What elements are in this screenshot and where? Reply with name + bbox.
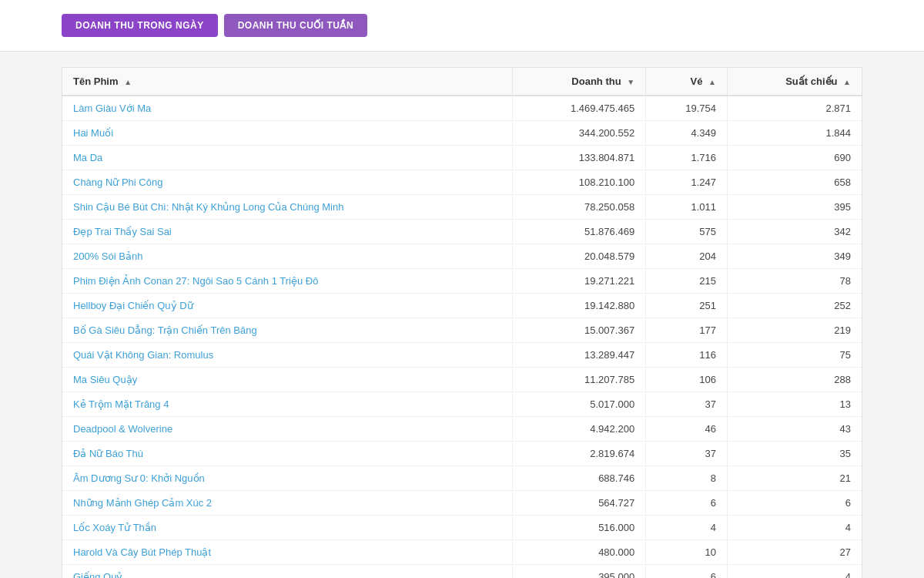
cell-tickets: 19.754 xyxy=(646,96,728,121)
cell-tickets: 116 xyxy=(646,343,728,368)
cell-tickets: 37 xyxy=(646,442,728,466)
cell-tickets: 4 xyxy=(646,516,728,540)
cell-showings: 1.844 xyxy=(728,121,862,146)
cell-revenue: 2.819.674 xyxy=(513,442,646,466)
cell-movie-name: Âm Dương Sư 0: Khởi Nguồn xyxy=(62,466,513,491)
cell-movie-name: 200% Sói Bảnh xyxy=(62,244,513,269)
col-header-tickets[interactable]: Vé ▲ xyxy=(646,68,728,96)
movie-link[interactable]: Đả Nữ Báo Thù xyxy=(73,448,143,459)
table-row: Đẹp Trai Thấy Sai Sai51.876.469575342 xyxy=(62,220,862,244)
cell-showings: 288 xyxy=(728,368,862,392)
cell-movie-name: Kẻ Trộm Mặt Trăng 4 xyxy=(62,392,513,417)
tab-daily[interactable]: DOANH THU TRONG NGÀY xyxy=(62,14,218,37)
cell-tickets: 6 xyxy=(646,491,728,516)
cell-revenue: 19.142.880 xyxy=(513,294,646,318)
cell-tickets: 46 xyxy=(646,417,728,442)
cell-tickets: 575 xyxy=(646,220,728,244)
cell-showings: 4 xyxy=(728,516,862,540)
cell-showings: 35 xyxy=(728,442,862,466)
cell-showings: 4 xyxy=(728,565,862,579)
cell-showings: 219 xyxy=(728,318,862,343)
movie-link[interactable]: Deadpool & Wolverine xyxy=(73,423,172,435)
cell-showings: 395 xyxy=(728,195,862,220)
movie-link[interactable]: Giếng Quỷ xyxy=(73,571,122,578)
movie-link[interactable]: Lốc Xoáy Tử Thần xyxy=(73,522,156,533)
movie-link[interactable]: Bố Gà Siêu Dẳng: Trận Chiến Trên Băng xyxy=(73,324,257,336)
cell-revenue: 108.210.100 xyxy=(513,170,646,195)
movie-link[interactable]: Phim Điện Ảnh Conan 27: Ngôi Sao 5 Cánh … xyxy=(73,275,318,287)
sort-icon-name: ▲ xyxy=(124,78,132,86)
table-row: Harold Và Cây Bút Phép Thuật480.0001027 xyxy=(62,540,862,565)
table-row: Giếng Quỷ395.00064 xyxy=(62,565,862,579)
cell-revenue: 4.942.200 xyxy=(513,417,646,442)
cell-revenue: 13.289.447 xyxy=(513,343,646,368)
cell-movie-name: Đẹp Trai Thấy Sai Sai xyxy=(62,220,513,244)
sort-icon-revenue: ▼ xyxy=(627,78,634,86)
table-row: Deadpool & Wolverine4.942.2004643 xyxy=(62,417,862,442)
cell-showings: 252 xyxy=(728,294,862,318)
table-row: Hai Muối344.200.5524.3491.844 xyxy=(62,121,862,146)
cell-tickets: 1.247 xyxy=(646,170,728,195)
table-row: 200% Sói Bảnh20.048.579204349 xyxy=(62,244,862,269)
sort-icon-showings: ▲ xyxy=(843,78,851,86)
col-header-revenue[interactable]: Doanh thu ▼ xyxy=(513,68,646,96)
cell-tickets: 106 xyxy=(646,368,728,392)
table-row: Quái Vật Không Gian: Romulus13.289.44711… xyxy=(62,343,862,368)
cell-revenue: 15.007.367 xyxy=(513,318,646,343)
cell-showings: 2.871 xyxy=(728,96,862,121)
table-row: Ma Da133.804.8711.716690 xyxy=(62,146,862,170)
revenue-table-container: Tên Phim ▲ Doanh thu ▼ Vé ▲ Suất chiếu ▲ xyxy=(62,67,862,578)
cell-showings: 342 xyxy=(728,220,862,244)
movie-link[interactable]: Những Mảnh Ghép Cảm Xúc 2 xyxy=(73,497,212,509)
movie-link[interactable]: Quái Vật Không Gian: Romulus xyxy=(73,349,213,361)
cell-showings: 6 xyxy=(728,491,862,516)
movie-link[interactable]: Harold Và Cây Bút Phép Thuật xyxy=(73,546,211,558)
movie-link[interactable]: Ma Da xyxy=(73,152,102,163)
movie-link[interactable]: Kẻ Trộm Mặt Trăng 4 xyxy=(73,398,169,410)
table-row: Kẻ Trộm Mặt Trăng 45.017.0003713 xyxy=(62,392,862,417)
cell-showings: 13 xyxy=(728,392,862,417)
cell-tickets: 177 xyxy=(646,318,728,343)
col-header-showings[interactable]: Suất chiếu ▲ xyxy=(728,68,862,96)
cell-revenue: 688.746 xyxy=(513,466,646,491)
movie-link[interactable]: Hellboy Đại Chiến Quỷ Dữ xyxy=(73,300,193,311)
col-header-name[interactable]: Tên Phim ▲ xyxy=(62,68,513,96)
cell-movie-name: Đả Nữ Báo Thù xyxy=(62,442,513,466)
cell-showings: 75 xyxy=(728,343,862,368)
table-row: Đả Nữ Báo Thù2.819.6743735 xyxy=(62,442,862,466)
cell-tickets: 1.011 xyxy=(646,195,728,220)
table-row: Ma Siêu Quậy11.207.785106288 xyxy=(62,368,862,392)
table-row: Phim Điện Ảnh Conan 27: Ngôi Sao 5 Cánh … xyxy=(62,269,862,294)
cell-showings: 349 xyxy=(728,244,862,269)
table-row: Shin Cậu Bé Bút Chì: Nhật Ký Khủng Long … xyxy=(62,195,862,220)
cell-revenue: 5.017.000 xyxy=(513,392,646,417)
cell-showings: 21 xyxy=(728,466,862,491)
cell-revenue: 516.000 xyxy=(513,516,646,540)
cell-revenue: 344.200.552 xyxy=(513,121,646,146)
movie-link[interactable]: Chàng Nữ Phi Công xyxy=(73,176,162,188)
cell-showings: 27 xyxy=(728,540,862,565)
cell-revenue: 11.207.785 xyxy=(513,368,646,392)
cell-revenue: 564.727 xyxy=(513,491,646,516)
movie-link[interactable]: Shin Cậu Bé Bút Chì: Nhật Ký Khủng Long … xyxy=(73,201,343,213)
cell-revenue: 51.876.469 xyxy=(513,220,646,244)
table-row: Âm Dương Sư 0: Khởi Nguồn688.746821 xyxy=(62,466,862,491)
cell-movie-name: Shin Cậu Bé Bút Chì: Nhật Ký Khủng Long … xyxy=(62,195,513,220)
cell-movie-name: Bố Gà Siêu Dẳng: Trận Chiến Trên Băng xyxy=(62,318,513,343)
cell-tickets: 251 xyxy=(646,294,728,318)
movie-link[interactable]: Hai Muối xyxy=(73,127,113,139)
cell-tickets: 204 xyxy=(646,244,728,269)
cell-revenue: 1.469.475.465 xyxy=(513,96,646,121)
cell-tickets: 4.349 xyxy=(646,121,728,146)
tab-weekend[interactable]: DOANH THU CUỐI TUẦN xyxy=(224,14,368,37)
movie-link[interactable]: Làm Giàu Với Ma xyxy=(73,102,151,114)
cell-revenue: 395.000 xyxy=(513,565,646,579)
movie-link[interactable]: Đẹp Trai Thấy Sai Sai xyxy=(73,226,172,237)
cell-tickets: 6 xyxy=(646,565,728,579)
movie-link[interactable]: 200% Sói Bảnh xyxy=(73,250,142,262)
movie-link[interactable]: Âm Dương Sư 0: Khởi Nguồn xyxy=(73,472,205,484)
cell-showings: 78 xyxy=(728,269,862,294)
table-header-row: Tên Phim ▲ Doanh thu ▼ Vé ▲ Suất chiếu ▲ xyxy=(62,68,862,96)
movie-link[interactable]: Ma Siêu Quậy xyxy=(73,374,137,385)
sort-icon-tickets: ▲ xyxy=(708,78,716,86)
